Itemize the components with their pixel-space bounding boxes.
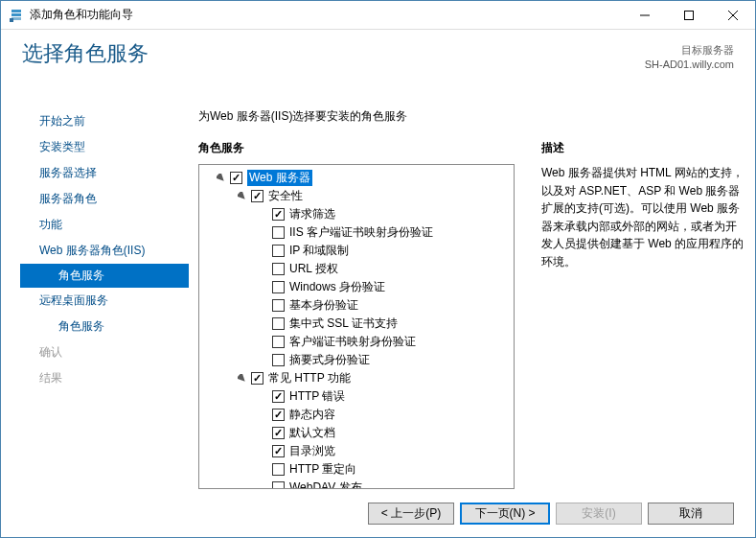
tree-item-label[interactable]: IP 和域限制 [289,243,349,259]
wizard-window: 添加角色和功能向导 选择角色服务 目标服务器 SH-AD01.willy.com… [0,0,756,538]
description-column: 描述 Web 服务器提供对 HTML 网站的支持，以及对 ASP.NET、ASP… [541,140,745,489]
checkbox[interactable] [272,263,285,275]
cancel-button[interactable]: 取消 [648,503,734,525]
tree-item-label[interactable]: 摘要式身份验证 [289,352,370,368]
mid-row: 角色服务 Web 服务器安全性请求筛选IIS 客户端证书映射身份验证IP 和域限… [198,140,745,489]
checkbox[interactable] [272,281,285,293]
checkbox[interactable] [272,208,285,221]
checkbox[interactable] [272,445,285,457]
tree-item-label[interactable]: Web 服务器 [247,170,312,186]
main-column: 为Web 服务器(IIS)选择要安装的角色服务 角色服务 Web 服务器安全性请… [189,97,755,489]
tree-row[interactable]: 静态内容 [201,406,512,424]
sidebar-item-8[interactable]: 角色服务 [20,314,189,339]
install-button: 安装(I) [556,503,642,525]
sidebar: 开始之前安装类型服务器选择服务器角色功能Web 服务器角色(IIS)角色服务远程… [1,97,189,489]
target-label: 目标服务器 [645,43,734,58]
maximize-button[interactable] [667,1,711,30]
checkbox[interactable] [272,354,285,366]
tree-item-label[interactable]: 目录浏览 [289,443,335,459]
checkbox[interactable] [251,190,263,202]
checkbox[interactable] [230,172,242,184]
sidebar-item-2[interactable]: 服务器选择 [20,160,189,186]
roles-label: 角色服务 [198,140,515,164]
checkbox[interactable] [251,372,263,385]
sidebar-item-0[interactable]: 开始之前 [20,108,189,134]
checkbox[interactable] [272,336,285,348]
checkbox[interactable] [272,299,285,312]
checkbox[interactable] [272,409,285,421]
tree-row[interactable]: 集中式 SSL 证书支持 [201,315,512,333]
tree-item-label[interactable]: Windows 身份验证 [289,279,385,295]
close-button[interactable] [711,1,755,30]
svg-rect-0 [11,10,21,12]
footer: < 上一步(P) 下一页(N) > 安装(I) 取消 [1,489,755,537]
collapse-icon[interactable] [215,173,226,184]
checkbox[interactable] [272,427,285,439]
tree-item-label[interactable]: 安全性 [268,188,303,204]
description-label: 描述 [541,140,745,164]
tree-row[interactable]: 摘要式身份验证 [201,351,512,369]
window-title: 添加角色和功能向导 [30,7,133,23]
tree-row[interactable]: 目录浏览 [201,442,512,460]
tree-item-label[interactable]: 客户端证书映射身份验证 [289,334,416,350]
tree-item-label[interactable]: 常见 HTTP 功能 [268,370,351,386]
tree-item-label[interactable]: 基本身份验证 [289,297,358,314]
tree-row[interactable]: 客户端证书映射身份验证 [201,333,512,351]
tree-item-label[interactable]: 静态内容 [289,407,335,423]
tree-row[interactable]: Windows 身份验证 [201,278,512,296]
svg-rect-5 [685,11,694,19]
tree-row[interactable]: IIS 客户端证书映射身份验证 [201,223,512,242]
tree-row[interactable]: HTTP 错误 [201,387,512,406]
sidebar-item-1[interactable]: 安装类型 [20,134,189,160]
instruction-text: 为Web 服务器(IIS)选择要安装的角色服务 [198,108,745,140]
tree-row[interactable]: URL 授权 [201,260,512,278]
body-area: 开始之前安装类型服务器选择服务器角色功能Web 服务器角色(IIS)角色服务远程… [1,97,755,489]
tree-row[interactable]: WebDAV 发布 [201,479,512,488]
sidebar-item-5[interactable]: Web 服务器角色(IIS) [20,238,189,264]
target-server: SH-AD01.willy.com [645,58,734,72]
sidebar-item-9: 确认 [20,339,189,365]
roles-column: 角色服务 Web 服务器安全性请求筛选IIS 客户端证书映射身份验证IP 和域限… [198,140,515,489]
tree-row[interactable]: Web 服务器 [201,169,512,187]
svg-rect-1 [11,13,21,16]
tree-row[interactable]: IP 和域限制 [201,242,512,260]
tree-item-label[interactable]: 默认文档 [289,425,335,441]
tree-item-label[interactable]: URL 授权 [289,261,338,277]
checkbox[interactable] [272,245,285,257]
app-icon [9,8,24,23]
tree-scroll[interactable]: Web 服务器安全性请求筛选IIS 客户端证书映射身份验证IP 和域限制URL … [199,165,514,488]
sidebar-item-10: 结果 [20,365,189,391]
svg-rect-3 [10,18,13,22]
tree-row[interactable]: 请求筛选 [201,205,512,223]
target-server-box: 目标服务器 SH-AD01.willy.com [645,43,734,73]
sidebar-item-7[interactable]: 远程桌面服务 [20,288,189,314]
prev-button[interactable]: < 上一步(P) [368,503,454,525]
sidebar-item-4[interactable]: 功能 [20,212,189,238]
tree-item-label[interactable]: 请求筛选 [289,206,335,222]
minimize-button[interactable] [623,1,667,30]
tree-row[interactable]: 基本身份验证 [201,296,512,315]
description-text: Web 服务器提供对 HTML 网站的支持，以及对 ASP.NET、ASP 和 … [541,164,745,271]
checkbox[interactable] [272,481,285,488]
tree-container: Web 服务器安全性请求筛选IIS 客户端证书映射身份验证IP 和域限制URL … [198,164,515,489]
tree-item-label[interactable]: 集中式 SSL 证书支持 [289,316,398,332]
tree-row[interactable]: 默认文档 [201,424,512,442]
sidebar-item-3[interactable]: 服务器角色 [20,186,189,212]
checkbox[interactable] [272,317,285,330]
tree-row[interactable]: HTTP 重定向 [201,460,512,479]
sidebar-item-6[interactable]: 角色服务 [20,264,189,288]
tree-row[interactable]: 常见 HTTP 功能 [201,369,512,387]
checkbox[interactable] [272,463,285,476]
checkbox[interactable] [272,226,285,239]
tree-item-label[interactable]: IIS 客户端证书映射身份验证 [289,224,433,241]
header-strip: 选择角色服务 目标服务器 SH-AD01.willy.com [1,30,755,97]
tree-item-label[interactable]: WebDAV 发布 [289,480,362,488]
next-button[interactable]: 下一页(N) > [460,503,550,525]
checkbox[interactable] [272,390,285,403]
titlebar: 添加角色和功能向导 [1,1,755,30]
tree-item-label[interactable]: HTTP 错误 [289,388,345,405]
collapse-icon[interactable] [236,373,247,385]
tree-item-label[interactable]: HTTP 重定向 [289,461,356,478]
collapse-icon[interactable] [236,191,247,202]
tree-row[interactable]: 安全性 [201,187,512,205]
